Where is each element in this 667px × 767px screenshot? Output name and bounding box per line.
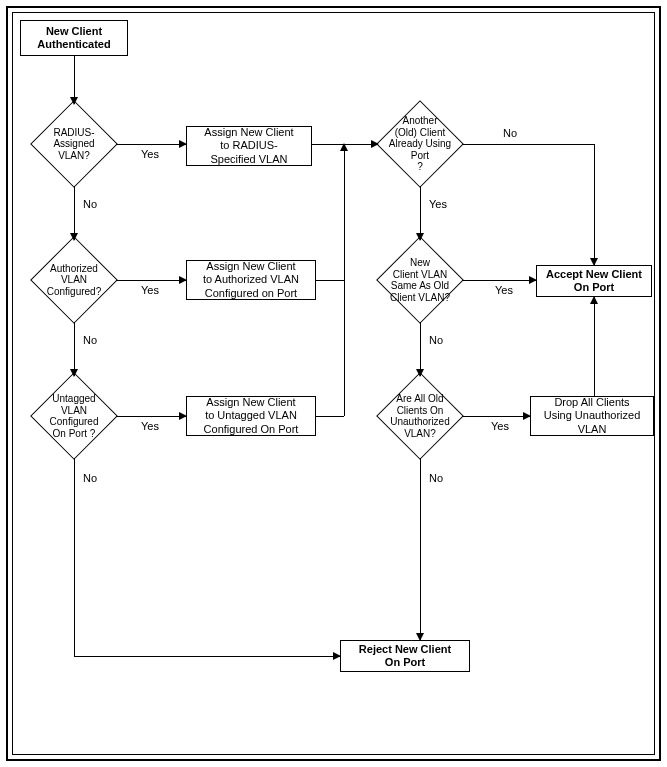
flowchart-canvas: New ClientAuthenticated RADIUS-AssignedV… <box>0 0 667 767</box>
node-drop: Drop All ClientsUsing UnauthorizedVLAN <box>530 396 654 436</box>
node-d3: UntaggedVLANConfiguredOn Port ? <box>30 372 118 460</box>
edge <box>594 144 595 265</box>
node-d6-text: Are All OldClients OnUnauthorizedVLAN? <box>376 372 464 460</box>
node-reject: Reject New ClientOn Port <box>340 640 470 672</box>
edge <box>594 297 595 396</box>
edge-label: Yes <box>140 148 160 160</box>
edge-label: No <box>428 334 444 346</box>
node-d6: Are All OldClients OnUnauthorizedVLAN? <box>376 372 464 460</box>
node-d2-text: AuthorizedVLANConfigured? <box>30 236 118 324</box>
node-p2-text: Assign New Clientto Authorized VLANConfi… <box>203 260 299 300</box>
node-accept-text: Accept New ClientOn Port <box>546 268 642 294</box>
edge <box>74 322 75 376</box>
edge <box>316 280 344 281</box>
edge-label: No <box>82 334 98 346</box>
edge-label: No <box>428 472 444 484</box>
edge <box>74 186 75 240</box>
node-start: New ClientAuthenticated <box>20 20 128 56</box>
node-p3-text: Assign New Clientto Untagged VLANConfigu… <box>204 396 299 436</box>
node-d1-text: RADIUS-AssignedVLAN? <box>30 100 118 188</box>
edge <box>74 458 75 656</box>
node-p3: Assign New Clientto Untagged VLANConfigu… <box>186 396 316 436</box>
node-d1: RADIUS-AssignedVLAN? <box>30 100 118 188</box>
edge-label: No <box>82 472 98 484</box>
node-accept: Accept New ClientOn Port <box>536 265 652 297</box>
edge-label: Yes <box>140 284 160 296</box>
edge-label: Yes <box>494 284 514 296</box>
edge <box>462 416 530 417</box>
edge <box>420 186 421 240</box>
node-d5: NewClient VLANSame As OldClient VLAN? <box>376 236 464 324</box>
edge <box>462 144 594 145</box>
edge <box>462 280 536 281</box>
edge-label: Yes <box>490 420 510 432</box>
node-d2: AuthorizedVLANConfigured? <box>30 236 118 324</box>
edge <box>74 56 75 104</box>
edge <box>116 416 186 417</box>
node-d3-text: UntaggedVLANConfiguredOn Port ? <box>30 372 118 460</box>
node-start-text: New ClientAuthenticated <box>37 25 110 51</box>
node-p1: Assign New Clientto RADIUS-Specified VLA… <box>186 126 312 166</box>
edge <box>316 416 344 417</box>
edge <box>116 280 186 281</box>
node-d4: Another(Old) ClientAlready UsingPort? <box>376 100 464 188</box>
node-drop-text: Drop All ClientsUsing UnauthorizedVLAN <box>544 396 641 436</box>
node-d5-text: NewClient VLANSame As OldClient VLAN? <box>376 236 464 324</box>
edge <box>74 656 340 657</box>
edge-label: Yes <box>140 420 160 432</box>
node-reject-text: Reject New ClientOn Port <box>359 643 451 669</box>
edge <box>344 144 345 280</box>
edge <box>420 322 421 376</box>
node-d4-text: Another(Old) ClientAlready UsingPort? <box>376 100 464 188</box>
edge-label: Yes <box>428 198 448 210</box>
edge-label: No <box>82 198 98 210</box>
edge <box>116 144 186 145</box>
node-p1-text: Assign New Clientto RADIUS-Specified VLA… <box>204 126 293 166</box>
edge <box>420 458 421 640</box>
node-p2: Assign New Clientto Authorized VLANConfi… <box>186 260 316 300</box>
edge <box>344 280 345 416</box>
edge-label: No <box>502 127 518 139</box>
